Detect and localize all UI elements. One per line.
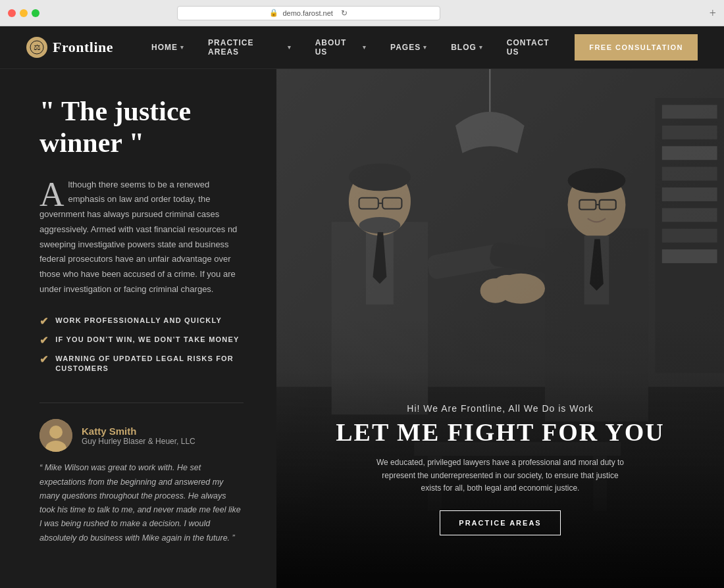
nav-about-us[interactable]: ABOUT US ▾ (303, 26, 378, 69)
nav-blog[interactable]: BLOG ▾ (439, 26, 495, 69)
svg-rect-16 (662, 229, 717, 243)
svg-rect-13 (662, 167, 717, 181)
svg-point-31 (568, 168, 626, 193)
svg-rect-14 (662, 187, 717, 201)
nav-contact[interactable]: CONTACT US (495, 26, 575, 69)
author-name: Katty Smith (82, 426, 195, 437)
hero-title: " The justice winner " (39, 95, 244, 159)
refresh-button[interactable]: ↻ (341, 9, 348, 18)
hero-caption: We educated, privileged lawyers have a p… (375, 456, 625, 495)
testimonial-author: Katty Smith Guy Hurley Blaser & Heuer, L… (39, 419, 244, 452)
checkmark-icon-1: ✔ (39, 316, 49, 327)
chevron-down-icon: ▾ (363, 44, 367, 51)
close-button[interactable] (8, 9, 16, 17)
logo[interactable]: ⚖ Frontline (26, 37, 113, 58)
svg-point-39 (497, 274, 545, 304)
frontline-logo-svg: ⚖ (30, 40, 44, 55)
feature-item-3: ✔ WARNING OF UPDATED LEGAL RISKS FOR CUS… (39, 354, 244, 374)
feature-text-3: WARNING OF UPDATED LEGAL RISKS FOR CUSTO… (55, 354, 244, 374)
chevron-down-icon: ▾ (288, 44, 292, 51)
chevron-down-icon: ▾ (423, 44, 427, 51)
browser-chrome: 🔒 demo.farost.net ↻ + (0, 0, 724, 26)
hero-sub-heading: Hi! We Are Frontline, All We Do is Work (407, 403, 593, 414)
feature-item-1: ✔ WORK PROFESSIONALLY AND QUICKLY (39, 316, 244, 327)
maximize-button[interactable] (32, 9, 39, 17)
svg-rect-12 (662, 146, 717, 160)
svg-rect-17 (662, 249, 717, 263)
hero-description: A lthough there seems to be a renewed em… (39, 178, 244, 297)
svg-text:⚖: ⚖ (34, 43, 41, 52)
avatar-svg (39, 419, 72, 452)
checkmark-icon-2: ✔ (39, 335, 49, 346)
free-consultation-button[interactable]: FREE CONSULTATION (575, 34, 698, 61)
left-panel: " The justice winner " A lthough there s… (0, 69, 276, 588)
right-panel: Hi! We Are Frontline, All We Do is Work … (276, 69, 724, 588)
nav-pages[interactable]: PAGES ▾ (378, 26, 439, 69)
logo-icon: ⚖ (26, 37, 47, 58)
chevron-down-icon: ▾ (180, 44, 184, 51)
chevron-down-icon: ▾ (479, 44, 483, 51)
feature-text-1: WORK PROFESSIONALLY AND QUICKLY (55, 316, 222, 326)
main-content: " The justice winner " A lthough there s… (0, 69, 724, 588)
svg-point-25 (359, 217, 401, 233)
navbar: ⚖ Frontline HOME ▾ PRACTICE AREAS ▾ ABOU… (0, 26, 724, 69)
author-company: Guy Hurley Blaser & Heuer, LLC (82, 437, 195, 446)
traffic-lights (8, 9, 39, 17)
feature-text-2: IF YOU DON’T WIN, WE DON’T TAKE MONEY (55, 335, 239, 345)
practice-areas-button[interactable]: PRACTICE AREAS (440, 510, 560, 535)
nav-practice-areas[interactable]: PRACTICE AREAS ▾ (196, 26, 303, 69)
url-text: demo.farost.net (282, 9, 332, 17)
testimonial-text: “ Mike Wilson was great to work with. He… (39, 461, 244, 545)
divider (39, 403, 244, 403)
hero-main-heading: LET ME FIGHT FOR YOU (336, 419, 665, 447)
new-tab-button[interactable]: + (710, 7, 716, 19)
svg-rect-10 (662, 105, 717, 119)
author-info: Katty Smith Guy Hurley Blaser & Heuer, L… (82, 426, 195, 446)
nav-links: HOME ▾ PRACTICE AREAS ▾ ABOUT US ▾ PAGES… (140, 26, 575, 69)
feature-list: ✔ WORK PROFESSIONALLY AND QUICKLY ✔ IF Y… (39, 316, 244, 382)
checkmark-icon-3: ✔ (39, 355, 49, 365)
svg-rect-15 (662, 208, 717, 222)
website: ⚖ Frontline HOME ▾ PRACTICE AREAS ▾ ABOU… (0, 26, 724, 588)
avatar (39, 419, 72, 452)
address-bar[interactable]: 🔒 demo.farost.net ↻ (177, 6, 440, 20)
logo-text: Frontline (53, 39, 113, 56)
nav-home[interactable]: HOME ▾ (140, 26, 196, 69)
minimize-button[interactable] (20, 9, 28, 17)
svg-point-3 (49, 426, 63, 439)
hero-overlay: Hi! We Are Frontline, All We Do is Work … (276, 370, 724, 588)
svg-rect-11 (662, 126, 717, 139)
svg-point-21 (349, 163, 411, 191)
drop-cap: A (39, 182, 65, 207)
lock-icon: 🔒 (269, 9, 278, 17)
feature-item-2: ✔ IF YOU DON’T WIN, WE DON’T TAKE MONEY (39, 335, 244, 346)
quote-open: " The justice (39, 96, 191, 126)
